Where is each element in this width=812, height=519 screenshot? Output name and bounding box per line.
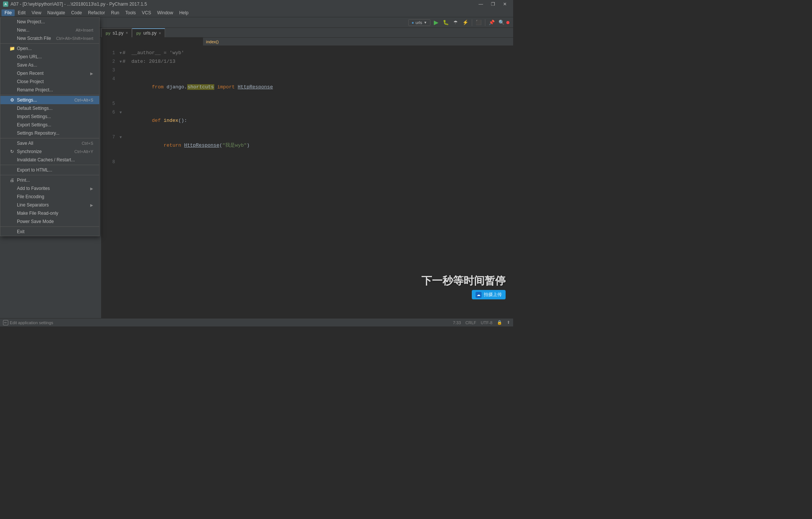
code-line-8: 8 ▼	[105, 158, 513, 167]
vcs-icon[interactable]: ⬆	[507, 320, 510, 325]
tab-s1py[interactable]: py s1.py ×	[102, 28, 132, 37]
kw-from: from	[152, 84, 167, 90]
fold-1[interactable]: ▼	[120, 49, 122, 58]
kw-import: import	[214, 84, 238, 90]
line-content-5	[123, 100, 510, 108]
menu-item-settings[interactable]: ⚙ Settings... Ctrl+Alt+S	[0, 96, 99, 104]
minimize-button[interactable]: —	[476, 1, 486, 8]
menu-item-file-encoding[interactable]: File Encoding	[0, 193, 99, 201]
coverage-button[interactable]: ☂	[451, 18, 460, 27]
scratch-icon	[9, 36, 15, 41]
menu-item-save-as[interactable]: Save As...	[0, 61, 99, 69]
new-project-icon	[9, 19, 15, 24]
line-content-8	[123, 158, 510, 166]
menu-item-exit[interactable]: Exit	[0, 228, 99, 236]
line-content-7: return HttpResponse("我是wyb")	[123, 133, 510, 158]
menu-edit[interactable]: Edit	[15, 9, 29, 16]
menu-item-import-settings[interactable]: Import Settings...	[0, 112, 99, 121]
restore-button[interactable]: ❐	[488, 1, 498, 8]
menu-item-new-project[interactable]: New Project...	[0, 18, 99, 26]
code-editor[interactable]: 1 ▼ # __author__ = 'wyb' 2 ▼ # date: 201…	[102, 46, 513, 170]
menu-view[interactable]: View	[29, 9, 44, 16]
separator-2	[0, 95, 99, 95]
close-button[interactable]: ✕	[500, 1, 510, 8]
menu-help[interactable]: Help	[176, 9, 192, 16]
lock-icon[interactable]: 🔒	[497, 320, 502, 325]
menu-item-invalidate[interactable]: Invalidate Caches / Restart...	[0, 156, 99, 164]
pin-button[interactable]: 📌	[488, 18, 496, 27]
editor-area[interactable]: index() 1 ▼ # __author__ = 'wyb' 2 ▼ # d…	[102, 38, 513, 318]
line-num-4: 4	[105, 75, 120, 83]
window-controls[interactable]: — ❐ ✕	[476, 1, 510, 8]
shortcut-settings: Ctrl+Alt+S	[74, 98, 93, 102]
menu-item-new[interactable]: New... Alt+Insert	[0, 26, 99, 34]
shortcut-new: Alt+Insert	[76, 28, 93, 32]
menu-item-power-save[interactable]: Power Save Mode	[0, 217, 99, 226]
breadcrumb-item: index()	[206, 39, 219, 44]
upload-button[interactable]: ☁ 拍摄上传	[472, 290, 506, 299]
settings-repo-icon	[9, 131, 15, 136]
menu-item-close-project[interactable]: Close Project	[0, 77, 99, 86]
run-button[interactable]: ▶	[432, 18, 440, 27]
menu-item-rename-project[interactable]: Rename Project...	[0, 86, 99, 94]
menu-item-add-favorites[interactable]: Add to Favorites ▶	[0, 184, 99, 193]
menu-item-line-sep[interactable]: Line Separators ▶	[0, 201, 99, 209]
run-config-label: urls	[415, 20, 422, 25]
menu-code[interactable]: Code	[68, 9, 85, 16]
profile-button[interactable]: ⚡	[461, 18, 470, 27]
arrow-favorites: ▶	[90, 187, 93, 191]
menu-item-save-all[interactable]: Save All Ctrl+S	[0, 139, 99, 147]
menu-label-file-encoding: File Encoding	[17, 194, 44, 199]
cursor-position: 7:33	[453, 320, 461, 325]
menu-refactor[interactable]: Refactor	[85, 9, 108, 16]
run-config-selector[interactable]: ● urls ▼	[408, 19, 430, 26]
menu-tools[interactable]: Tools	[122, 9, 139, 16]
code-line-3: 3 ▼	[105, 66, 513, 75]
tab-urlspy[interactable]: py urls.py ×	[132, 28, 165, 37]
menu-label-import-settings: Import Settings...	[17, 114, 51, 119]
rename-icon	[9, 87, 15, 93]
search-everywhere-button[interactable]: 🔍	[497, 18, 506, 27]
menu-file[interactable]: File	[2, 9, 15, 16]
menu-label-settings-repo: Settings Repository...	[17, 131, 59, 136]
print-icon: 🖨	[9, 178, 15, 183]
arrow-line-sep: ▶	[90, 203, 93, 207]
menu-run[interactable]: Run	[108, 9, 122, 16]
menu-item-open-recent[interactable]: Open Recent ▶	[0, 69, 99, 77]
menu-item-new-scratch[interactable]: New Scratch File Ctrl+Alt+Shift+Insert	[0, 34, 99, 42]
code-line-4: 4 ▼ from django.shortcuts import HttpRes…	[105, 75, 513, 100]
menu-label-export-settings: Export Settings...	[17, 122, 51, 127]
edit-settings-icon[interactable]: ✏	[3, 320, 8, 325]
shortcut-scratch: Ctrl+Alt+Shift+Insert	[56, 36, 93, 41]
fold-6[interactable]: ▼	[120, 109, 122, 117]
menu-navigate[interactable]: Navigate	[44, 9, 68, 16]
code-line-6: 6 ▼ def index():	[105, 108, 513, 133]
tab-close-urls[interactable]: ×	[159, 31, 161, 35]
dot-1: .	[184, 84, 187, 90]
menu-item-export-settings[interactable]: Export Settings...	[0, 121, 99, 129]
code-line-7: 7 ▼ return HttpResponse("我是wyb")	[105, 133, 513, 158]
kw-def: def	[152, 118, 164, 123]
menu-item-make-read-only[interactable]: Make File Read-only	[0, 209, 99, 217]
menu-item-open[interactable]: 📁 Open...	[0, 44, 99, 53]
export-settings-icon	[9, 122, 15, 127]
menu-item-synchronize[interactable]: ↻ Synchronize Ctrl+Alt+Y	[0, 147, 99, 156]
menu-item-open-url[interactable]: Open URL...	[0, 53, 99, 61]
open-recent-icon	[9, 71, 15, 76]
debug-button[interactable]: 🐛	[442, 18, 450, 27]
sync-icon: ↻	[9, 149, 15, 154]
menu-item-print[interactable]: 🖨 Print...	[0, 176, 99, 184]
paren-1: ():	[178, 118, 187, 123]
menu-item-default-settings[interactable]: Default Settings...	[0, 104, 99, 112]
app-icon: A	[3, 2, 8, 7]
menu-window[interactable]: Window	[154, 9, 176, 16]
menu-vcs[interactable]: VCS	[139, 9, 154, 16]
stop-button[interactable]: ⬛	[474, 18, 483, 27]
fold-2[interactable]: ▼	[120, 58, 122, 66]
menu-label-open: Open...	[17, 46, 32, 51]
tab-close-s1[interactable]: ×	[126, 31, 128, 35]
fn-index: index	[164, 118, 178, 123]
menu-item-settings-repo[interactable]: Settings Repository...	[0, 129, 99, 137]
menu-item-export-html[interactable]: Export to HTML...	[0, 166, 99, 174]
fold-7[interactable]: ▼	[120, 134, 122, 142]
